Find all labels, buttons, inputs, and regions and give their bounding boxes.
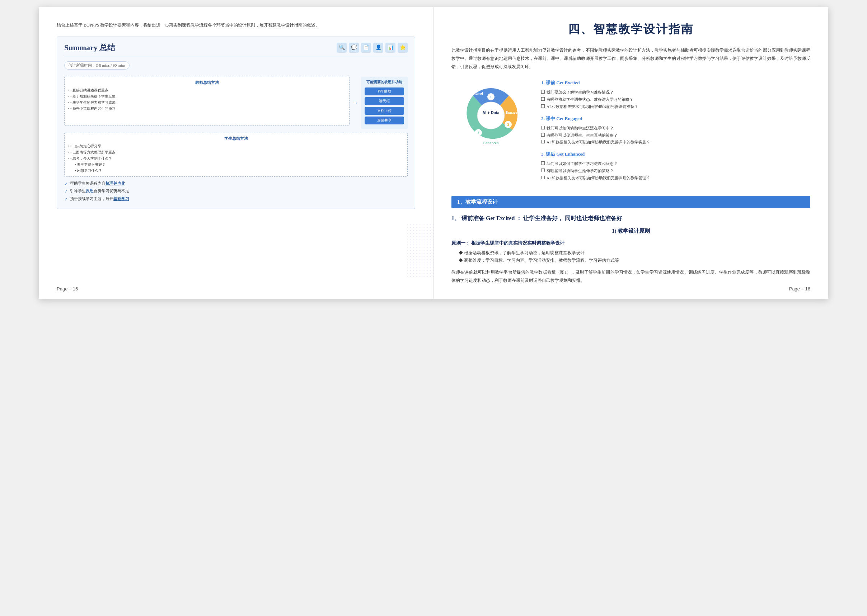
svg-text:Engaged: Engaged [506, 110, 519, 115]
check-items: ✓ 帮助学生将课程内容梳理并内化 ✓ 引导学生反思自身学习优势与不足 ✓ 预告接… [64, 180, 408, 204]
section-3-item-3: AI 和数据相关技术可以如何协助我们完善课后的教学管理？ [541, 174, 810, 182]
section-2: 2. 课中 Get Engaged 我们可以如何协助学生沉浸在学习中？ 有哪些可… [541, 115, 810, 146]
section-1-item-3: AI 和数据相关技术可以如何协助我们完善课前准备？ [541, 103, 810, 110]
section-3-item-2: 有哪些可以协助学生延伸学习的策略？ [541, 167, 810, 174]
icon-person: 👤 [373, 42, 383, 53]
principle-bullet-1: 根据活动看板资讯，了解学生学习动态，适时调整课堂教学设计 [451, 249, 810, 257]
bullet [541, 176, 545, 179]
svg-text:3: 3 [478, 131, 479, 135]
bullet [541, 97, 545, 101]
icon-star: ⭐ [397, 42, 408, 53]
principle-bullet-2: 调整维度：学习目标、学习内容、学习活动安排、教师教学流程、学习评估方式等 [451, 257, 810, 265]
teacher-item-1: • 直接归纳讲述课程重点 [68, 87, 345, 93]
section-2-item-2: 有哪些可以促进师生、生生互动的策略？ [541, 132, 810, 139]
software-title: 可能需要的软硬件功能 [364, 80, 404, 85]
page-number-left: Page – 15 [57, 286, 78, 292]
principle-heading: 1) 教学设计原则 [451, 228, 810, 234]
left-intro-text: 结合上述基于 BOPPPS 教学设计要素和内容，将给出进一步落实到课程教学流程各… [57, 22, 415, 30]
page-number-right: Page – 16 [789, 286, 810, 292]
summary-left-col: 教师总结方法 • 直接归纳讲述课程重点 • 基于后测结果给予学生反馈 • 表扬学… [64, 77, 408, 177]
check-icon-3: ✓ [64, 196, 69, 204]
section-1-item-1: 我们要怎么了解学生的学习准备情况？ [541, 89, 810, 96]
icon-graph: 📊 [385, 42, 396, 53]
subsection-title: 1、 课前准备 Get Excited ： 让学生准备好， 同时也让老师也准备好 [451, 215, 810, 222]
bullet [541, 104, 545, 108]
bullet [541, 90, 545, 94]
section-3-heading: 3. 课后 Get Enhanced [541, 151, 810, 157]
software-col: 可能需要的软硬件功能 PPT播放 聊天框 文档上传 屏幕共享 [361, 77, 408, 129]
section-2-item-1: 我们可以如何协助学生沉浸在学习中？ [541, 125, 810, 132]
summary-content: 教师总结方法 • 直接归纳讲述课程重点 • 基于后测结果给予学生反馈 • 表扬学… [64, 77, 408, 177]
software-upload: 文档上传 [364, 107, 404, 115]
icon-doc: 📄 [361, 42, 371, 53]
bullet [541, 168, 545, 172]
teacher-item-4: • 预告下堂课程内容引导预习 [68, 105, 345, 112]
svg-point-0 [477, 102, 504, 129]
bullet [541, 126, 545, 129]
summary-icons: 🔍 💬 📄 👤 📊 ⭐ [337, 42, 408, 53]
student-method-box: 学生总结方法 • 口头简短心得分享 • 以图表等方式整理所学重点 • 思考：今天… [64, 133, 408, 177]
student-item-2: • 以图表等方式整理所学重点 [68, 149, 404, 155]
check-item-3: ✓ 预告接续学习主题，展开基础学习 [64, 196, 408, 204]
bullet [541, 140, 545, 143]
student-item-3: • 思考：今天学到了什么？ [68, 155, 404, 161]
right-intro: 此教学设计指南目的在于提供运用人工智能能力促进教学设计的参考，不限制教师实际教学… [451, 46, 810, 71]
section-2-heading: 2. 课中 Get Engaged [541, 115, 810, 122]
section-2-item-3: AI 和数据相关技术可以如何协助我们完善课中的教学实施？ [541, 139, 810, 146]
student-item-1: • 口头简短心得分享 [68, 143, 404, 149]
bullet [541, 161, 545, 165]
section-3-item-1: 我们可以如何了解学生学习进度和状态？ [541, 160, 810, 167]
student-item-5: 还想学习什么？ [68, 167, 404, 174]
svg-text:1: 1 [490, 95, 492, 99]
svg-text:2: 2 [508, 123, 509, 127]
student-item-4: 哪里学得不够好？ [68, 161, 404, 167]
summary-box: Summary 总结 🔍 💬 📄 👤 📊 ⭐ 估计所需时间：3-5 mins /… [57, 36, 415, 209]
check-item-1: ✓ 帮助学生将课程内容梳理并内化 [64, 180, 408, 188]
summary-title: Summary 总结 [64, 42, 115, 53]
teacher-item-3: • 表扬学生的努力和学习成果 [68, 99, 345, 105]
principle-text: 教师在课前就可以利用教学平台所提供的教学数据看板（图1），及时了解学生前期的学习… [451, 268, 810, 285]
sections-list: 1. 课前 Get Excited 我们要怎么了解学生的学习准备情况？ 有哪些协… [541, 80, 810, 187]
section-1: 1. 课前 Get Excited 我们要怎么了解学生的学习准备情况？ 有哪些协… [541, 80, 810, 110]
page-main-title: 四、智慧教学设计指南 [451, 22, 810, 37]
check-icon-2: ✓ [64, 188, 69, 196]
dots-bg [406, 223, 435, 277]
principle-1-title: 原则一： 根据学生课堂中的真实情况实时调整教学设计 [451, 240, 810, 246]
svg-text:AI + Data: AI + Data [482, 110, 500, 115]
page-left: 结合上述基于 BOPPPS 教学设计要素和内容，将给出进一步落实到课程教学流程各… [39, 7, 434, 299]
icon-search: 🔍 [337, 42, 347, 53]
student-method-title: 学生总结方法 [68, 136, 404, 141]
check-item-2: ✓ 引导学生反思自身学习优势与不足 [64, 188, 408, 196]
bottom-section: 1、教学流程设计 1、 课前准备 Get Excited ： 让学生准备好， 同… [451, 196, 810, 285]
circle-diagram: AI + Data Excited Engaged Enhanced 1 2 3 [451, 80, 530, 151]
software-screen: 屏幕共享 [364, 116, 404, 124]
section-banner: 1、教学流程设计 [451, 196, 810, 208]
diagram-section: AI + Data Excited Engaged Enhanced 1 2 3 [451, 80, 810, 187]
page-right: 四、智慧教学设计指南 此教学设计指南目的在于提供运用人工智能能力促进教学设计的参… [434, 7, 828, 299]
page-title-section: 四、智慧教学设计指南 [451, 22, 810, 37]
icon-chat: 💬 [349, 42, 359, 53]
teacher-method-title: 教师总结方法 [68, 80, 345, 85]
software-ppt: PPT播放 [364, 88, 404, 95]
section-1-item-2: 有哪些协助学生调整状态、准备进入学习的策略？ [541, 96, 810, 103]
bullet [541, 133, 545, 137]
svg-text:Enhanced: Enhanced [483, 141, 499, 145]
time-badge: 估计所需时间：3-5 mins / 90 mins [64, 61, 129, 69]
section-1-heading: 1. 课前 Get Excited [541, 80, 810, 86]
software-chat: 聊天框 [364, 97, 404, 105]
summary-header: Summary 总结 🔍 💬 📄 👤 📊 ⭐ [64, 42, 408, 57]
svg-text:Excited: Excited [471, 91, 483, 95]
check-icon-1: ✓ [64, 180, 69, 188]
teacher-method-box: 教师总结方法 • 直接归纳讲述课程重点 • 基于后测结果给予学生反馈 • 表扬学… [64, 77, 350, 126]
teacher-item-2: • 基于后测结果给予学生反馈 [68, 93, 345, 99]
section-3: 3. 课后 Get Enhanced 我们可以如何了解学生学习进度和状态？ 有哪… [541, 151, 810, 181]
